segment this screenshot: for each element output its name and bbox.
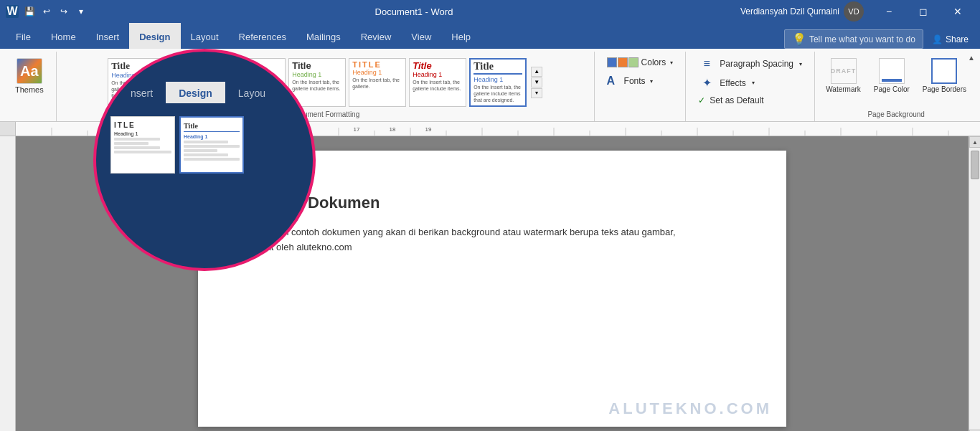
- zoom-item2-line3: [184, 149, 217, 152]
- effects-button[interactable]: ✦ Effects ▾: [692, 73, 809, 93]
- tab-insert[interactable]: Insert: [86, 23, 130, 49]
- tab-review[interactable]: Review: [351, 23, 402, 49]
- zoom-tab-insert: nsert: [118, 82, 166, 103]
- user-info: Verdiansyah Dzil Qurnaini VD: [740, 1, 864, 22]
- tab-references[interactable]: References: [229, 23, 296, 49]
- ribbon-tabs: File Home Insert Design Layout Reference…: [0, 23, 980, 49]
- themes-button[interactable]: Aa Themes: [9, 55, 50, 98]
- zoom-item1-title: ITLE: [114, 121, 171, 129]
- tab-home[interactable]: Home: [41, 23, 86, 49]
- check-icon: ✓: [698, 95, 705, 105]
- fonts-dropdown-icon: ▾: [650, 78, 653, 85]
- tab-file[interactable]: File: [6, 23, 41, 49]
- ribbon: File Home Insert Design Layout Reference…: [0, 23, 980, 49]
- colors-fonts-content: Colors ▾ A Fonts ▾: [600, 55, 680, 121]
- scroll-down[interactable]: ▼: [531, 77, 542, 87]
- scroll-up-button[interactable]: ▲: [969, 136, 980, 148]
- page-borders-button[interactable]: Page Borders: [918, 55, 971, 97]
- document-heading: Contoh Dokumen: [248, 194, 736, 212]
- fonts-button[interactable]: A Fonts ▾: [600, 72, 680, 90]
- effects-dropdown: ▾: [752, 80, 755, 86]
- share-button[interactable]: 👤 Share: [932, 34, 969, 44]
- scrollbar-track: [969, 148, 980, 430]
- zoom-item1-line3: [114, 146, 160, 149]
- undo-quickaccess[interactable]: ↩: [40, 5, 53, 18]
- tab-view[interactable]: View: [401, 23, 441, 49]
- zoom-item2-heading: Heading 1: [184, 134, 240, 139]
- watermark-label: Watermark: [826, 85, 861, 93]
- tell-me-input[interactable]: 💡 Tell me what you want to do: [784, 29, 923, 49]
- vertical-ruler: [0, 136, 16, 431]
- document-body: Ini adalah contoh dokumen yang akan di b…: [248, 225, 736, 255]
- minimize-button[interactable]: −: [872, 0, 905, 23]
- right-scrollbar[interactable]: ▲ ▼: [969, 136, 980, 431]
- customize-quickaccess[interactable]: ▾: [75, 5, 88, 18]
- page-borders-label: Page Borders: [923, 85, 966, 93]
- swatch-blue: [607, 57, 617, 67]
- title-bar: W 💾 ↩ ↪ ▾ Document1 - Word Verdiansyah D…: [0, 0, 980, 23]
- restore-button[interactable]: ◻: [907, 0, 940, 23]
- tab-layout[interactable]: Layout: [181, 23, 229, 49]
- tab-mailings[interactable]: Mailings: [296, 23, 351, 49]
- share-icon: 👤: [932, 34, 943, 44]
- tab-design[interactable]: Design: [129, 23, 180, 49]
- svg-text:17: 17: [354, 126, 360, 133]
- title-bar-left: W 💾 ↩ ↪ ▾: [6, 5, 88, 18]
- colors-label: Colors: [641, 57, 666, 67]
- zoom-tab-design: Design: [166, 82, 225, 103]
- watermark-button[interactable]: DRAFT Watermark: [821, 55, 866, 97]
- page-borders-icon: [931, 58, 957, 84]
- zoom-item2-line5: [184, 158, 240, 161]
- scroll-more[interactable]: ▾: [531, 88, 542, 98]
- scrollbar-thumb[interactable]: [971, 151, 979, 179]
- format-item-6[interactable]: Title Heading 1 On the Insert tab, the g…: [409, 58, 466, 107]
- paragraph-spacing-button[interactable]: ≡ Paragraph Spacing ▾: [692, 55, 809, 73]
- watermark-text: ALUTEKNO.COM: [608, 399, 772, 418]
- paragraph-spacing-label: Paragraph Spacing: [720, 59, 793, 69]
- ribbon-group-themes: Aa Themes: [3, 52, 57, 121]
- zoom-item1-heading: Heading 1: [114, 131, 171, 136]
- fonts-icon: A: [607, 75, 621, 87]
- page-color-icon: [879, 58, 905, 84]
- zoom-overlay: nsert Design Layou ITLE Heading 1 Title …: [93, 49, 316, 271]
- swatch-orange: [618, 57, 628, 67]
- set-as-default-button[interactable]: ✓ Set as Default: [692, 93, 809, 108]
- colors-swatch: [607, 57, 639, 67]
- svg-text:19: 19: [425, 126, 432, 133]
- redo-quickaccess[interactable]: ↪: [57, 5, 70, 18]
- lightbulb-icon: 💡: [792, 32, 806, 46]
- themes-icon: Aa: [17, 58, 42, 84]
- effects-icon: ✦: [698, 76, 715, 90]
- zoom-doc-item-1: ITLE Heading 1: [110, 116, 175, 174]
- word-icon: W: [6, 5, 19, 18]
- swatch-green: [628, 57, 639, 67]
- zoom-item1-line2: [114, 142, 149, 145]
- page-color-button[interactable]: Page Color: [869, 55, 915, 97]
- zoom-item2-line1: [184, 141, 228, 143]
- colors-dropdown-icon: ▾: [670, 60, 673, 66]
- close-button[interactable]: ✕: [941, 0, 974, 23]
- avatar: VD: [844, 1, 864, 22]
- fonts-label: Fonts: [624, 76, 646, 86]
- themes-content: Aa Themes: [9, 55, 50, 121]
- scroll-up[interactable]: ▲: [531, 67, 542, 77]
- tab-help[interactable]: Help: [441, 23, 481, 49]
- zoom-item1-line1: [114, 138, 160, 141]
- save-quickaccess[interactable]: 💾: [23, 5, 36, 18]
- zoom-inner: nsert Design Layou ITLE Heading 1 Title …: [96, 52, 313, 268]
- format-item-5[interactable]: TITLE Heading 1 On the Insert tab, the g…: [349, 58, 406, 107]
- ribbon-collapse-button[interactable]: ▲: [966, 52, 977, 63]
- username: Verdiansyah Dzil Qurnaini: [740, 6, 839, 16]
- ribbon-group-page-bg: DRAFT Watermark Page Color Page Borders …: [815, 52, 977, 121]
- zoom-item2-line2: [184, 145, 240, 148]
- title-bar-right: Verdiansyah Dzil Qurnaini VD − ◻ ✕: [740, 0, 974, 23]
- colors-button[interactable]: Colors ▾: [600, 55, 680, 70]
- themes-label: Themes: [15, 85, 44, 94]
- ribbon-group-paragraph: ≡ Paragraph Spacing ▾ ✦ Effects ▾ ✓ Set …: [686, 52, 815, 121]
- ruler-corner: [0, 122, 16, 136]
- paragraph-spacing-dropdown: ▾: [799, 61, 802, 67]
- zoom-tabs: nsert Design Layou: [96, 82, 313, 103]
- colors-fonts-btns: Colors ▾ A Fonts ▾: [600, 55, 680, 90]
- paragraph-spacing-icon: ≡: [698, 57, 715, 70]
- format-item-7[interactable]: Title Heading 1 On the Insert tab, the g…: [469, 58, 527, 107]
